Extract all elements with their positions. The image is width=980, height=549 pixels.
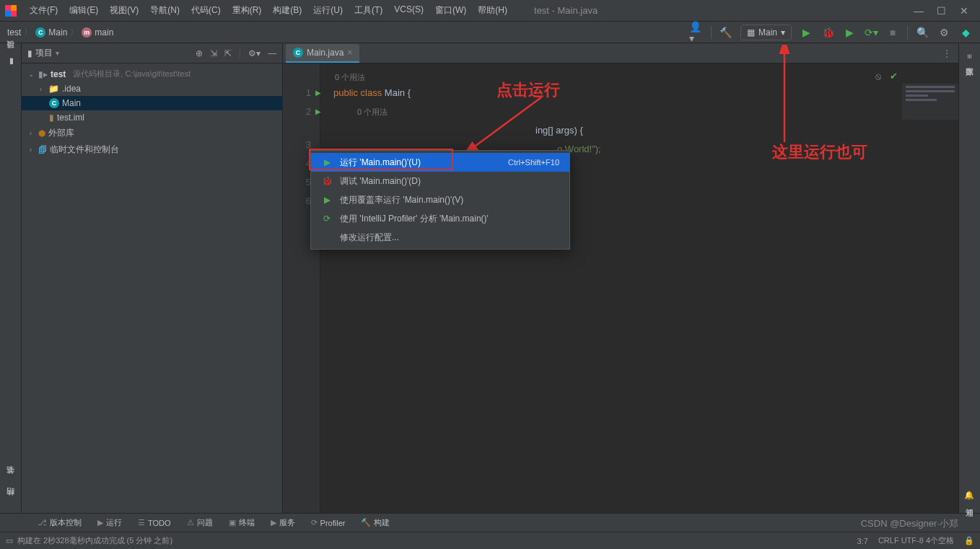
editor-tab-main[interactable]: C Main.java ×	[286, 44, 359, 63]
close-button[interactable]: ✕	[960, 5, 968, 17]
line-number[interactable]: 1▶	[283, 84, 320, 102]
run-gutter-icon[interactable]: ▶	[315, 102, 321, 121]
watermark: CSDN @Designer·小郑	[861, 517, 958, 530]
expand-arrow-icon[interactable]: ›	[26, 129, 35, 137]
expand-arrow-icon[interactable]: ⌄	[26, 70, 35, 78]
profiler-run-icon[interactable]: ⟳▾	[864, 25, 878, 40]
tree-root[interactable]: ⌄ ▮▸ test 源代码根目录, C:\java\git\test\test	[22, 66, 282, 82]
notifications-toolwindow-button[interactable]: 🔔通知	[964, 486, 975, 506]
run-config-selector[interactable]: ▦ Main ▾	[740, 25, 792, 40]
status-linecol[interactable]: 3:7	[857, 537, 868, 545]
debug-button[interactable]: 🐞	[821, 25, 835, 40]
module-icon: ▮▸	[38, 69, 48, 79]
play-icon: ▶	[321, 157, 333, 167]
search-icon[interactable]: 🔍	[915, 25, 929, 40]
menu-file[interactable]: 文件(F)	[25, 1, 63, 19]
status-bar: ▭ 构建在 2秒328毫秒内成功完成 (5 分钟 之前) 3:7 CRLF UT…	[0, 532, 980, 549]
svg-rect-1	[11, 5, 17, 11]
bookmarks-toolwindow-button[interactable]: 书签	[5, 477, 16, 484]
status-doc-icon[interactable]: ▭	[6, 536, 13, 545]
tab-label: Main.java	[307, 48, 344, 58]
close-icon[interactable]: ×	[347, 48, 352, 58]
library-icon: ⬢	[38, 128, 45, 139]
menu-run[interactable]: 运行(U)	[308, 1, 348, 19]
ctx-modify-label: 修改运行配置...	[340, 232, 399, 244]
btm-terminal[interactable]: ▣终端	[223, 515, 261, 530]
ctx-coverage[interactable]: ▶ 使用覆盖率运行 'Main.main()'(V)	[311, 190, 569, 209]
gear-icon[interactable]: ⚙	[937, 25, 951, 40]
tree-folder-idea[interactable]: › 📁 .idea	[22, 82, 282, 96]
menu-view[interactable]: 视图(V)	[105, 1, 144, 19]
project-panel: ▮ 项目 ▾ ⊕ ⇲ ⇱ | ⚙▾ — ⌄ ▮▸ test 源代码根目录, C:…	[22, 43, 283, 513]
profiler-icon: ⟳	[311, 518, 318, 527]
inspection-ok-icon[interactable]: ✔	[890, 67, 898, 86]
expand-all-icon[interactable]: ⇲	[210, 48, 217, 58]
btm-run[interactable]: ▶运行	[92, 515, 128, 530]
project-panel-title[interactable]: ▮ 项目 ▾	[27, 47, 191, 59]
ctx-run-shortcut: Ctrl+Shift+F10	[508, 158, 559, 167]
ctx-run[interactable]: ▶ 运行 'Main.main()'(U) Ctrl+Shift+F10	[311, 153, 569, 172]
run-config-icon: ▦	[747, 27, 755, 38]
menu-build[interactable]: 构建(B)	[268, 1, 307, 19]
menu-tools[interactable]: 工具(T)	[349, 1, 388, 19]
menu-navigate[interactable]: 导航(N)	[145, 1, 185, 19]
tree-scratches[interactable]: › 🗐 临时文件和控制台	[22, 141, 282, 158]
menu-help[interactable]: 帮助(H)	[473, 1, 512, 19]
btm-services[interactable]: ▶服务	[265, 515, 301, 530]
menu-edit[interactable]: 编辑(E)	[64, 1, 103, 19]
btm-build[interactable]: 🔨构建	[355, 515, 395, 530]
tree-file-iml[interactable]: ▮ test.iml	[22, 110, 282, 125]
menu-code[interactable]: 代码(C)	[186, 1, 226, 19]
hide-icon[interactable]: —	[268, 48, 276, 58]
ctx-profiler[interactable]: ⟳ 使用 'IntelliJ Profiler' 分析 'Main.main()…	[311, 209, 569, 228]
play-icon: ▶	[97, 518, 103, 527]
btm-vcs[interactable]: ⎇版本控制	[32, 515, 87, 530]
separator	[907, 26, 908, 39]
collapse-all-icon[interactable]: ⇱	[224, 48, 232, 58]
folder-icon: ▮	[27, 48, 32, 58]
breadcrumb-project[interactable]: test	[7, 27, 21, 38]
locate-icon[interactable]: ⊕	[196, 48, 203, 58]
maximize-button[interactable]: ☐	[937, 5, 945, 17]
codewithme-icon[interactable]: ◆	[958, 25, 973, 40]
breadcrumb-method[interactable]: main	[95, 27, 113, 38]
breadcrumb-class[interactable]: Main	[48, 27, 67, 38]
expand-arrow-icon[interactable]: ›	[26, 146, 35, 154]
coverage-run-icon[interactable]: ▶	[842, 25, 857, 40]
structure-toolwindow-button[interactable]: 结构	[5, 499, 16, 506]
usage-hint[interactable]: 0 个用法	[333, 102, 958, 121]
database-toolwindow-button[interactable]: ≡数据库	[964, 50, 975, 65]
minimap[interactable]	[902, 84, 958, 120]
run-gutter-icon[interactable]: ▶	[315, 84, 321, 102]
avatar-icon[interactable]: 👤▾	[689, 25, 704, 40]
btm-problems[interactable]: ⚠问题	[181, 515, 219, 530]
build-icon[interactable]: 🔨	[719, 25, 733, 40]
menu-window[interactable]: 窗口(W)	[430, 1, 471, 19]
btm-todo[interactable]: ☰TODO	[132, 516, 177, 530]
btm-profiler[interactable]: ⟳Profiler	[305, 516, 351, 530]
lock-icon[interactable]: 🔒	[964, 536, 974, 545]
menu-vcs[interactable]: VCS(S)	[389, 1, 429, 19]
readonly-icon[interactable]: ⦸	[875, 67, 881, 86]
ctx-debug[interactable]: 🐞 调试 'Main.main()'(D)	[311, 172, 569, 190]
menu-refactor[interactable]: 重构(R)	[227, 1, 267, 19]
line-number[interactable]: 2▶	[283, 102, 320, 121]
breadcrumb-separator: 〉	[70, 26, 79, 38]
minimize-button[interactable]: —	[914, 5, 922, 17]
project-toolwindow-button[interactable]: ▮项目	[5, 50, 16, 70]
usage-hint[interactable]: 0 个用法	[335, 68, 365, 87]
ctx-modify[interactable]: 修改运行配置...	[311, 228, 569, 247]
gear-icon[interactable]: ⚙▾	[248, 48, 261, 58]
tree-file-main[interactable]: C Main	[22, 96, 282, 110]
bug-icon: 🐞	[321, 176, 333, 186]
tab-menu-icon[interactable]: ⋮	[935, 44, 958, 63]
separator	[711, 26, 712, 39]
project-tree[interactable]: ⌄ ▮▸ test 源代码根目录, C:\java\git\test\test …	[22, 63, 282, 513]
stop-button[interactable]: ■	[885, 25, 900, 40]
editor-content[interactable]: 0 个用法 1▶ 2▶ 3 4 5 6 public class Main { …	[283, 63, 958, 513]
run-button[interactable]: ▶	[799, 25, 813, 40]
class-icon: C	[293, 48, 303, 58]
tree-external-libs[interactable]: › ⬢ 外部库	[22, 125, 282, 141]
expand-arrow-icon[interactable]: ›	[36, 85, 45, 93]
status-encoding[interactable]: CRLF UTF-8 4个空格	[878, 535, 954, 546]
